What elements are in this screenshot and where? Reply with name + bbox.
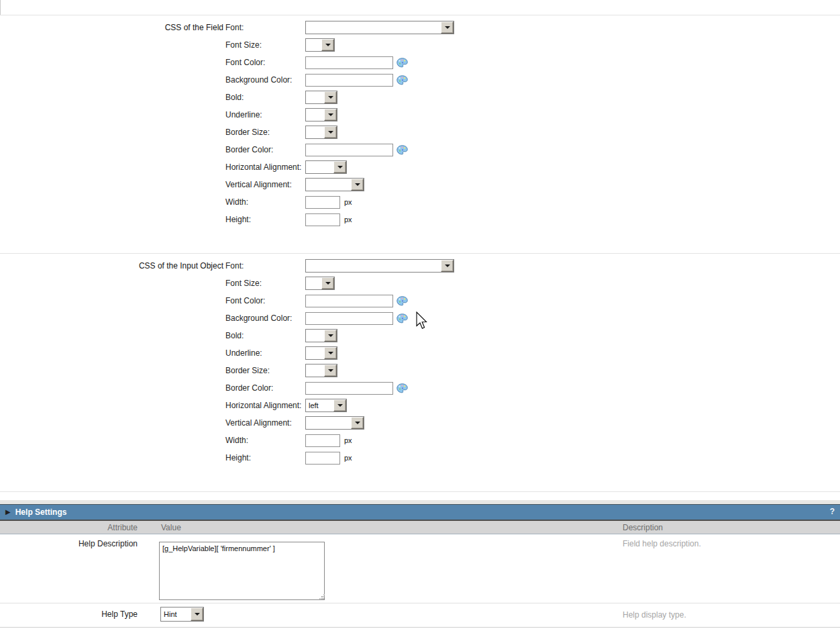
field-label: Border Size:: [225, 366, 305, 375]
height-input[interactable]: [305, 452, 340, 465]
width-input[interactable]: [305, 434, 340, 447]
select-value: [306, 364, 324, 377]
field-label: Underline:: [225, 348, 305, 358]
width-input[interactable]: [305, 196, 340, 209]
vertical-alignment-select[interactable]: [305, 178, 364, 191]
select-value: [306, 330, 324, 342]
field-row: Width: px: [225, 434, 840, 447]
font-size-select[interactable]: [305, 38, 335, 52]
field-label: Font Color:: [225, 296, 305, 305]
attribute-label: Help Type: [0, 610, 138, 619]
value-column-header: Value: [161, 523, 181, 532]
field-row: Height: px: [225, 213, 840, 226]
field-row: Border Size:: [225, 364, 840, 377]
field-row: Background Color:: [225, 73, 840, 87]
field-row: Vertical Alignment:: [225, 178, 840, 191]
select-value: [306, 126, 324, 138]
font-color-input[interactable]: [305, 295, 393, 307]
color-picker-icon[interactable]: [397, 383, 408, 393]
resize-grip[interactable]: [321, 596, 323, 597]
border-color-input[interactable]: [305, 144, 393, 156]
field-row: Font Size:: [225, 277, 840, 290]
select-value: [306, 179, 351, 191]
horizontal-alignment-select[interactable]: left: [305, 399, 347, 412]
select-value: [306, 277, 321, 289]
help-settings-title: Help Settings: [15, 507, 67, 517]
height-input[interactable]: [305, 213, 340, 226]
field-row: Font:: [225, 259, 840, 273]
px-unit-label: px: [344, 215, 352, 224]
field-label: Background Color:: [225, 75, 305, 85]
field-row: Height: px: [225, 451, 840, 465]
bold-select[interactable]: [305, 91, 337, 104]
chevron-down-icon: [441, 260, 454, 272]
field-row: Bold:: [225, 91, 840, 104]
chevron-down-icon: [324, 126, 337, 138]
css-of-the-field-section: CSS of the Field Font: Font Size: Font C…: [0, 15, 840, 254]
field-row: Background Color:: [225, 311, 840, 325]
field-label: Font:: [225, 261, 305, 271]
help-type-select[interactable]: Hint: [160, 607, 204, 622]
background-color-input[interactable]: [305, 312, 393, 325]
field-label: Vertical Alignment:: [225, 418, 305, 428]
bold-select[interactable]: [305, 329, 337, 342]
help-settings-header[interactable]: ▶ Help Settings ?: [0, 504, 840, 520]
help-description-row: Help Description Field help description.: [0, 534, 840, 603]
field-label: Bold:: [225, 331, 305, 340]
chevron-down-icon: [321, 39, 334, 51]
field-row: Font Color:: [225, 294, 840, 307]
field-label: Font Size:: [225, 40, 305, 50]
horizontal-alignment-select[interactable]: [305, 160, 347, 174]
chevron-down-icon: [351, 179, 364, 191]
field-row: Border Size:: [225, 126, 840, 139]
chevron-down-icon: [321, 277, 334, 289]
select-value: [306, 260, 441, 272]
field-label: Border Color:: [225, 383, 305, 393]
select-value: [306, 161, 333, 173]
color-picker-icon[interactable]: [397, 75, 408, 85]
field-label: Horizontal Alignment:: [225, 401, 305, 410]
border-color-input[interactable]: [305, 382, 393, 395]
color-picker-icon[interactable]: [397, 313, 408, 324]
chevron-down-icon: [324, 330, 337, 342]
chevron-down-icon: [324, 347, 337, 359]
color-picker-icon[interactable]: [397, 145, 408, 155]
field-label: Font Size:: [225, 279, 305, 288]
background-color-input[interactable]: [305, 74, 393, 87]
underline-select[interactable]: [305, 346, 337, 360]
field-label: Background Color:: [225, 313, 305, 323]
help-description-textarea[interactable]: [159, 542, 325, 600]
font-select[interactable]: [305, 259, 454, 273]
field-row: Underline:: [225, 108, 840, 121]
font-select[interactable]: [305, 21, 454, 34]
font-color-input[interactable]: [305, 56, 393, 69]
color-picker-icon[interactable]: [397, 296, 408, 306]
select-value: [306, 347, 324, 359]
select-value: [306, 21, 441, 34]
border-size-select[interactable]: [305, 364, 337, 377]
select-value: [306, 39, 321, 51]
field-row: Border Color:: [225, 381, 840, 395]
field-row: Font Color:: [225, 56, 840, 69]
help-icon[interactable]: ?: [830, 507, 835, 516]
vertical-alignment-select[interactable]: [305, 416, 364, 430]
field-label: Width:: [225, 436, 305, 445]
border-size-select[interactable]: [305, 126, 337, 139]
description-column-header: Description: [623, 523, 663, 532]
field-row: Horizontal Alignment: left: [225, 399, 840, 412]
chevron-down-icon: [333, 399, 346, 411]
chevron-down-icon: [324, 91, 337, 103]
field-label: Font Color:: [225, 58, 305, 67]
select-value: left: [306, 399, 333, 411]
font-size-select[interactable]: [305, 277, 335, 290]
collapse-arrow-icon[interactable]: ▶: [5, 509, 11, 516]
px-unit-label: px: [344, 198, 352, 206]
spacer: [0, 492, 840, 500]
field-label: Border Color:: [225, 145, 305, 154]
field-label: Border Size:: [225, 128, 305, 137]
color-picker-icon[interactable]: [397, 58, 408, 68]
section-title: CSS of the Input Object: [0, 261, 223, 271]
attribute-label: Help Description: [0, 539, 138, 548]
help-type-row: Help Type Hint Help display type.: [0, 603, 840, 628]
underline-select[interactable]: [305, 108, 337, 121]
